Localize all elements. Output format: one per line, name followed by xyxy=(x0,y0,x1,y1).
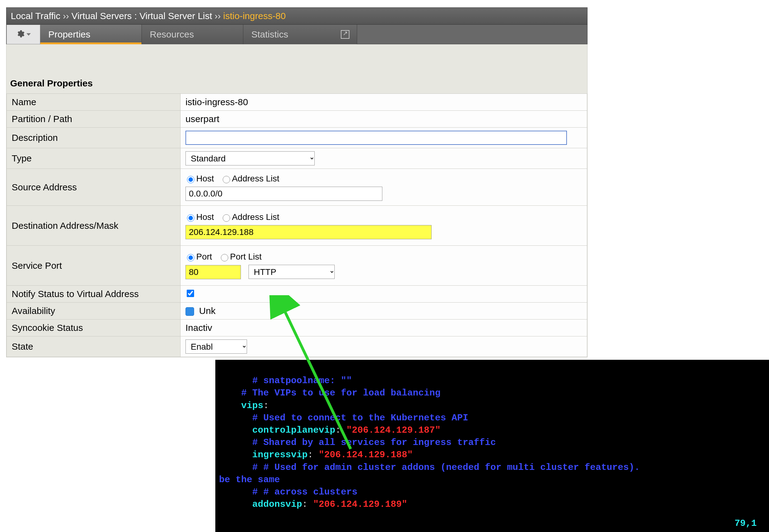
radio-host[interactable]: Host xyxy=(185,174,214,183)
radio-port-input[interactable] xyxy=(187,254,194,261)
properties-table: Name istio-ingress-80 Partition / Path u… xyxy=(6,93,587,357)
row-label: Destination Address/Mask xyxy=(7,206,181,246)
row-label: Syncookie Status xyxy=(7,320,181,336)
term-line: # The VIPs to use for load balancing xyxy=(219,388,440,398)
radio-host-input[interactable] xyxy=(187,214,194,222)
row-label: Source Address xyxy=(7,169,181,206)
term-punct: : xyxy=(263,400,269,411)
table-row: Notify Status to Virtual Address xyxy=(7,286,587,303)
radio-addrlist[interactable]: Address List xyxy=(221,174,279,183)
row-label: Description xyxy=(7,128,181,148)
breadcrumb-chevron-icon: ›› xyxy=(212,11,223,21)
term-line: be the same xyxy=(219,474,280,485)
terminal-status: 79,1 xyxy=(735,517,757,530)
term-key: vips xyxy=(219,400,263,411)
radio-host-input[interactable] xyxy=(187,176,194,183)
term-value: "206.124.129.187" xyxy=(346,425,440,435)
term-value: "206.124.129.188" xyxy=(319,450,413,460)
term-key: ingressvip xyxy=(219,450,308,460)
breadcrumb-section[interactable]: Virtual Servers : Virtual Server List xyxy=(71,11,212,21)
availability-value: Unk xyxy=(199,306,215,316)
popout-icon[interactable] xyxy=(341,30,349,39)
term-key: addonsvip xyxy=(219,499,302,510)
tab-label: Statistics xyxy=(251,29,288,40)
source-addr-radios: Host Address List xyxy=(185,174,582,184)
availability-status-icon xyxy=(185,307,194,316)
radio-host[interactable]: Host xyxy=(185,212,214,222)
terminal-overlay: # snatpoolname: "" # The VIPs to use for… xyxy=(215,360,769,532)
table-row: Syncookie Status Inactiv xyxy=(7,320,587,336)
radio-addrlist-input[interactable] xyxy=(223,214,230,222)
type-select[interactable]: Standard xyxy=(185,151,315,165)
syncookie-value: Inactiv xyxy=(181,320,587,336)
radio-portlist-input[interactable] xyxy=(221,254,228,261)
radio-addrlist-input[interactable] xyxy=(223,176,230,183)
breadcrumb-root[interactable]: Local Traffic xyxy=(11,11,60,21)
term-line: # snatpoolname: "" xyxy=(219,375,352,386)
table-row: Name istio-ingress-80 xyxy=(7,94,587,111)
radio-addrlist[interactable]: Address List xyxy=(221,212,279,222)
service-port-proto-select[interactable]: HTTP xyxy=(249,265,335,279)
tab-statistics[interactable]: Statistics xyxy=(243,25,357,44)
table-row: Service Port Port Port List HTTP xyxy=(7,246,587,286)
tab-label: Resources xyxy=(150,29,194,40)
source-address-input[interactable] xyxy=(185,187,382,201)
tab-bar: Properties Resources Statistics xyxy=(6,25,588,44)
tab-label: Properties xyxy=(48,29,90,40)
table-row: Description xyxy=(7,128,587,148)
term-key: controlplanevip xyxy=(219,425,335,435)
table-row: Source Address Host Address List xyxy=(7,169,587,206)
destination-address-input[interactable] xyxy=(185,225,432,239)
service-port-radios: Port Port List xyxy=(185,252,582,262)
table-row: Type Standard xyxy=(7,148,587,169)
row-label: Notify Status to Virtual Address xyxy=(7,286,181,303)
description-input[interactable] xyxy=(185,131,567,145)
tab-resources[interactable]: Resources xyxy=(142,25,243,44)
breadcrumb-current: istio-ingress-80 xyxy=(223,11,286,21)
tab-properties[interactable]: Properties xyxy=(40,25,142,44)
caret-down-icon xyxy=(26,33,31,36)
term-punct: : xyxy=(335,425,346,435)
term-punct: : xyxy=(302,499,313,510)
notify-status-checkbox[interactable] xyxy=(187,290,194,297)
row-value: userpart xyxy=(181,111,587,128)
table-row: State Enabl xyxy=(7,336,587,357)
term-line: # # across clusters xyxy=(219,487,357,497)
term-line: # Used to connect to the Kubernetes API xyxy=(219,413,468,423)
gear-menu[interactable] xyxy=(6,25,40,44)
section-title: General Properties xyxy=(10,78,587,89)
row-label: Name xyxy=(7,94,181,111)
table-row: Destination Address/Mask Host Address Li… xyxy=(7,206,587,246)
breadcrumb-bar: Local Traffic ›› Virtual Servers : Virtu… xyxy=(6,7,588,25)
term-punct: : xyxy=(308,450,319,460)
table-row: Availability Unk xyxy=(7,303,587,320)
gear-icon xyxy=(16,30,25,39)
work-area: General Properties Name istio-ingress-80… xyxy=(6,44,588,357)
row-label: Partition / Path xyxy=(7,111,181,128)
row-value: istio-ingress-80 xyxy=(181,94,587,111)
row-label: Availability xyxy=(7,303,181,320)
term-line: # Shared by all services for ingress tra… xyxy=(219,437,496,448)
dest-addr-radios: Host Address List xyxy=(185,212,582,222)
state-select[interactable]: Enabl xyxy=(185,339,247,354)
breadcrumb-chevron-icon: ›› xyxy=(60,11,71,21)
term-value: "206.124.129.189" xyxy=(313,499,407,510)
table-row: Partition / Path userpart xyxy=(7,111,587,128)
radio-port[interactable]: Port xyxy=(185,252,212,261)
radio-portlist[interactable]: Port List xyxy=(219,252,262,261)
row-label: Type xyxy=(7,148,181,169)
row-label: Service Port xyxy=(7,246,181,286)
service-port-input[interactable] xyxy=(185,265,241,279)
row-label: State xyxy=(7,336,181,357)
term-line: # # Used for admin cluster addons (neede… xyxy=(219,462,645,473)
